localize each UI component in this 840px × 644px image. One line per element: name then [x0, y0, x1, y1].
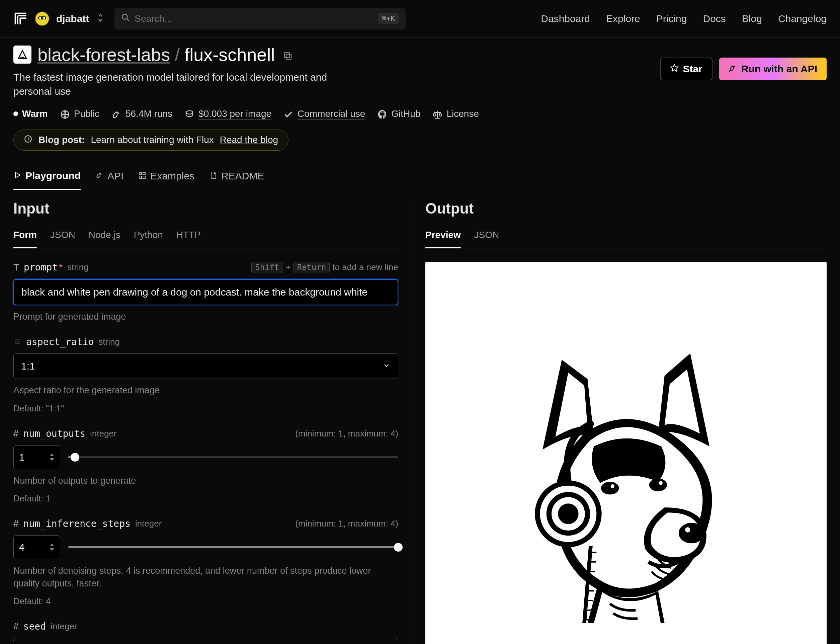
status-warm: Warm: [13, 108, 48, 119]
svg-rect-11: [139, 172, 141, 175]
input-subtabs: Form JSON Node.js Python HTTP: [13, 225, 398, 248]
field-type: integer: [51, 621, 77, 632]
field-name: seed: [23, 621, 46, 632]
svg-point-4: [123, 14, 128, 19]
field-seed: # seed integer: [13, 621, 398, 641]
number-stepper-icon[interactable]: [49, 544, 54, 551]
number-stepper-icon[interactable]: [49, 453, 54, 461]
rocket-small-icon: [112, 108, 121, 120]
subtab-output-json[interactable]: JSON: [474, 225, 499, 248]
subtab-http[interactable]: HTTP: [176, 225, 201, 248]
subtab-form[interactable]: Form: [13, 225, 37, 248]
num-outputs-slider[interactable]: [68, 456, 398, 458]
numout-help: Number of outputs to generate: [13, 475, 398, 487]
aspect-default: Default: "1:1": [13, 402, 398, 414]
callout-text: Learn about training with Flux: [91, 135, 213, 145]
user-avatar[interactable]: [35, 12, 49, 26]
range-hint: (minimum: 1, maximum: 4): [295, 519, 398, 529]
org-link[interactable]: black-forest-labs: [38, 44, 170, 65]
commercial-use[interactable]: Commercial use: [284, 108, 365, 120]
blog-callout[interactable]: Blog post: Learn about training with Flu…: [13, 130, 289, 151]
svg-rect-7: [284, 53, 289, 58]
field-type: integer: [90, 429, 117, 439]
svg-point-18: [610, 484, 614, 488]
svg-point-9: [186, 110, 193, 114]
svg-point-20: [679, 522, 704, 543]
subtab-nodejs[interactable]: Node.js: [89, 225, 120, 248]
prompt-input[interactable]: [13, 279, 398, 305]
search-input[interactable]: [135, 13, 377, 24]
svg-point-3: [43, 17, 45, 19]
num-outputs-input[interactable]: 1: [13, 445, 60, 469]
field-type: string: [98, 337, 120, 347]
rocket-tab-icon: [95, 170, 103, 182]
input-heading: Input: [13, 200, 398, 217]
model-name: flux-schnell: [184, 44, 275, 65]
field-name: num_outputs: [23, 428, 85, 439]
brand-logo-icon[interactable]: [13, 12, 28, 26]
field-type: integer: [135, 519, 162, 529]
list-type-icon: [13, 337, 21, 347]
svg-point-21: [685, 527, 690, 532]
range-hint: (minimum: 1, maximum: 4): [295, 429, 398, 439]
star-button[interactable]: Star: [660, 58, 712, 80]
aspect-ratio-select[interactable]: 1:1: [13, 353, 398, 379]
search-bar[interactable]: ⌘+K: [115, 8, 405, 30]
username[interactable]: djabatt: [56, 13, 89, 25]
copy-name-icon[interactable]: [283, 44, 293, 65]
scale-icon: [432, 108, 443, 120]
output-heading: Output: [425, 200, 827, 217]
field-name: aspect_ratio: [26, 337, 94, 347]
newline-hint: Shift + Return to add a new line: [251, 262, 398, 273]
hash-type-icon: #: [13, 621, 19, 632]
tab-readme[interactable]: README: [209, 164, 264, 190]
github-link[interactable]: GitHub: [377, 108, 420, 120]
svg-rect-12: [143, 172, 145, 175]
grid-icon: [138, 170, 146, 182]
seed-input-partial[interactable]: [13, 638, 398, 641]
callout-link[interactable]: Read the blog: [220, 135, 278, 145]
steps-default: Default: 4: [13, 595, 398, 607]
nav-explore[interactable]: Explore: [606, 13, 640, 25]
subtab-json[interactable]: JSON: [50, 225, 75, 248]
license-link[interactable]: License: [432, 108, 479, 120]
nav-changelog[interactable]: Changelog: [778, 13, 827, 25]
check-icon: [284, 108, 294, 120]
steps-input[interactable]: 4: [13, 535, 60, 559]
tab-playground[interactable]: Playground: [13, 164, 80, 190]
nav-blog[interactable]: Blog: [742, 13, 762, 25]
required-marker: *: [59, 262, 62, 273]
output-subtabs: Preview JSON: [425, 225, 827, 248]
numout-default: Default: 1: [13, 492, 398, 504]
model-logo-icon: [13, 46, 31, 64]
top-nav: Dashboard Explore Pricing Docs Blog Chan…: [541, 13, 827, 25]
star-icon: [670, 63, 679, 75]
field-aspect-ratio: aspect_ratio string 1:1 Aspect ratio for…: [13, 337, 398, 414]
search-icon: [121, 13, 130, 24]
account-switcher-icon[interactable]: [97, 13, 104, 25]
field-prompt: T prompt * string Shift + Return to add …: [13, 262, 398, 323]
field-num-outputs: # num_outputs integer (minimum: 1, maxim…: [13, 428, 398, 505]
nav-dashboard[interactable]: Dashboard: [541, 13, 590, 25]
run-api-button[interactable]: Run with an API: [719, 58, 827, 80]
coin-icon: [184, 108, 194, 120]
subtab-preview[interactable]: Preview: [425, 225, 461, 248]
github-icon: [377, 108, 387, 120]
model-description: The fastest image generation model tailo…: [13, 70, 328, 99]
title-row: black-forest-labs / flux-schnell The fas…: [13, 44, 827, 99]
svg-point-16: [601, 482, 619, 495]
text-type-icon: T: [13, 262, 19, 273]
svg-point-17: [649, 478, 667, 491]
nav-pricing[interactable]: Pricing: [656, 13, 687, 25]
output-image[interactable]: [425, 262, 827, 644]
field-name: prompt: [24, 262, 57, 273]
tab-api[interactable]: API: [95, 164, 123, 190]
svg-rect-14: [143, 176, 145, 178]
tab-examples[interactable]: Examples: [138, 164, 194, 190]
nav-docs[interactable]: Docs: [703, 13, 725, 25]
subtab-python[interactable]: Python: [134, 225, 163, 248]
svg-point-26: [558, 503, 578, 524]
steps-slider[interactable]: [68, 546, 398, 548]
price-per-image[interactable]: $0.003 per image: [184, 108, 271, 120]
svg-rect-6: [286, 54, 291, 59]
